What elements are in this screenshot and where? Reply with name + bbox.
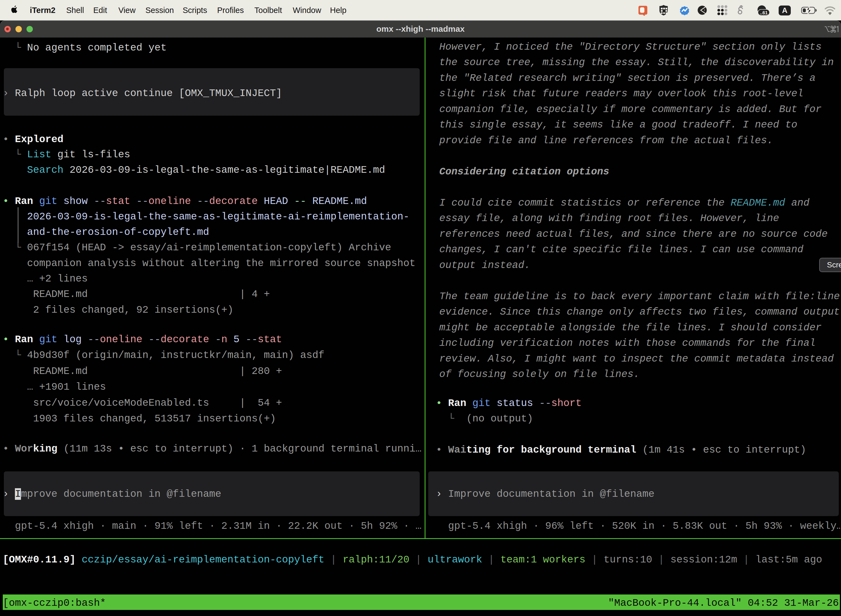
svg-text:..61: ..61 <box>760 10 768 15</box>
